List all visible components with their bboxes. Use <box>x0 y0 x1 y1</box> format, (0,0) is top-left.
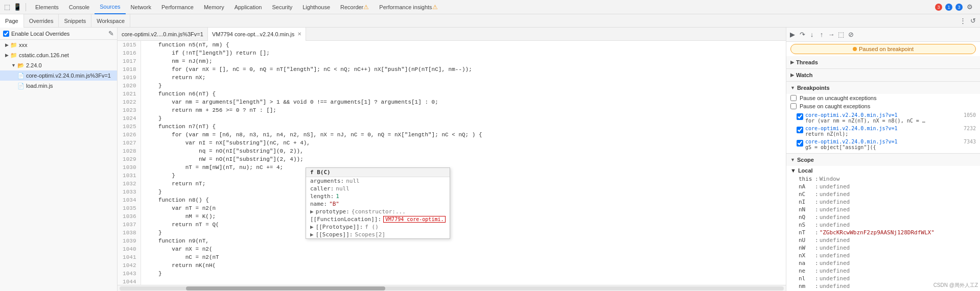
step-over-icon[interactable]: ↷ <box>798 31 806 39</box>
line-num-1015[interactable]: 1015 <box>118 41 141 49</box>
device-icon[interactable]: 📱 <box>13 3 21 11</box>
line-num-1036[interactable]: 1036 <box>118 212 141 221</box>
sources-tab-snippets[interactable]: Snippets <box>59 14 91 28</box>
line-num-1038[interactable]: 1038 <box>118 229 141 237</box>
line-num-1021[interactable]: 1021 <box>118 90 141 98</box>
line-num-1044[interactable]: 1044 <box>118 278 141 285</box>
line-num-1030[interactable]: 1030 <box>118 163 141 172</box>
tab-network[interactable]: Network <box>126 0 156 14</box>
line-num-1043[interactable]: 1043 <box>118 270 141 278</box>
line-num-1016[interactable]: 1016 <box>118 49 141 57</box>
tab-sources[interactable]: Sources <box>95 0 125 14</box>
tree-item-core[interactable]: 📄 core-optimi.v2.24.0.min.js%3Fv=1 <box>0 70 117 81</box>
line-num-1042[interactable]: 1042 <box>118 261 141 270</box>
step-out-icon[interactable]: ↑ <box>818 31 826 39</box>
tooltip-link[interactable]: VM7794 core-optimi. <box>383 216 446 223</box>
file-tab-2[interactable]: VM7794 core-opt...v2.24.0.min.js ✕ <box>208 28 306 41</box>
line-content-1044 <box>141 278 786 285</box>
tab-performance[interactable]: Performance <box>156 0 199 14</box>
line-num-1037[interactable]: 1037 <box>118 221 141 229</box>
line-content-1029: nW = nO(nI["substring"](2, 4)); <box>141 155 786 163</box>
line-num-1035[interactable]: 1035 <box>118 204 141 212</box>
sources-tab-overrides[interactable]: Overrides <box>24 14 59 28</box>
sources-tab-actions: ⋮ ↺ <box>955 17 980 25</box>
line-num-1029[interactable]: 1029 <box>118 155 141 163</box>
line-num-1032[interactable]: 1032 <box>118 180 141 188</box>
bp-3-cb[interactable] <box>797 140 803 147</box>
line-num-1040[interactable]: 1040 <box>118 245 141 253</box>
tree-item-cstatic[interactable]: ▶ 📁 cstatic.cdun.126.net <box>0 50 117 60</box>
line-num-1023[interactable]: 1023 <box>118 106 141 114</box>
file-tab-1[interactable]: core-optimi.v2....0.min.js%3Fv=1 <box>118 28 208 41</box>
threads-header[interactable]: ▶ Threads <box>786 56 980 68</box>
code-area[interactable]: 1015 function n5(nT, nm) {1016 if (!nT["… <box>118 41 786 285</box>
error-badge: 3 <box>935 4 942 11</box>
tree-item-240[interactable]: ▼ 📂 2.24.0 <box>0 60 117 70</box>
file-tab-1-label: core-optimi.v2....0.min.js%3Fv=1 <box>122 31 203 37</box>
tab-application[interactable]: Application <box>229 0 267 14</box>
tab-lighthouse[interactable]: Lighthouse <box>297 0 335 14</box>
line-num-1025[interactable]: 1025 <box>118 123 141 131</box>
breakpoints-section: ▼ Breakpoints Pause on uncaught exceptio… <box>786 82 980 154</box>
tab-memory[interactable]: Memory <box>199 0 229 14</box>
line-num-1018[interactable]: 1018 <box>118 65 141 74</box>
line-num-1027[interactable]: 1027 <box>118 139 141 147</box>
step-icon[interactable]: → <box>827 31 835 39</box>
line-num-1019[interactable]: 1019 <box>118 74 141 82</box>
line-num-1017[interactable]: 1017 <box>118 57 141 65</box>
tab-console[interactable]: Console <box>64 0 95 14</box>
line-num-1024[interactable]: 1024 <box>118 114 141 123</box>
bp-2-cb[interactable] <box>797 127 803 133</box>
bp-1-filename[interactable]: core-optimi.v2.24.0.min.js?v=1 <box>805 112 928 118</box>
bp-1-cb[interactable] <box>797 113 803 120</box>
line-num-1041[interactable]: 1041 <box>118 253 141 261</box>
inspect-icon[interactable]: ⬚ <box>3 3 11 11</box>
tab-recorder[interactable]: Recorder ⚠ <box>335 0 374 14</box>
line-num-1028[interactable]: 1028 <box>118 147 141 155</box>
sources-tab-page[interactable]: Page <box>0 14 24 28</box>
tab-performance-insights[interactable]: Performance insights ⚠ <box>374 0 442 14</box>
code-scrollbar[interactable] <box>118 285 786 291</box>
line-num-1026[interactable]: 1026 <box>118 131 141 139</box>
bp-2-filename[interactable]: core-optimi.v2.24.0.min.js?v=1 <box>805 126 898 131</box>
file-tab-2-close[interactable]: ✕ <box>297 31 301 37</box>
tab-elements[interactable]: Elements <box>30 0 64 14</box>
folder-icon-240: 📂 <box>17 62 25 69</box>
line-num-1033[interactable]: 1033 <box>118 188 141 196</box>
step-into-icon[interactable]: ↓ <box>808 31 816 39</box>
more-icon[interactable]: ⋮ <box>959 17 967 25</box>
settings-icon[interactable]: ⚙ <box>966 3 974 11</box>
breakpoints-header[interactable]: ▼ Breakpoints <box>786 82 980 94</box>
line-num-1034[interactable]: 1034 <box>118 196 141 204</box>
tooltip-expand-7[interactable]: ▶ <box>310 231 314 238</box>
local-scope-header[interactable]: ▼ Local <box>786 166 980 175</box>
tooltip-expand-6[interactable]: ▶ <box>310 224 314 230</box>
enable-overrides-checkbox[interactable] <box>3 31 9 37</box>
resume-icon[interactable]: ▶ <box>788 31 797 39</box>
line-content-1040: var nX = n2( <box>141 245 786 253</box>
watch-header[interactable]: ▶ Watch <box>786 69 980 81</box>
line-content-1021: function n6(nT) { <box>141 90 786 98</box>
line-content-1026: for (var nm = [n6, n8, n3, n1, n4, n2, n… <box>141 131 786 139</box>
line-num-1039[interactable]: 1039 <box>118 237 141 245</box>
code-line-1027: 1027 var nI = nX["substring"](nC, nC + 4… <box>118 139 786 147</box>
edit-overrides-icon[interactable]: ✎ <box>108 30 114 37</box>
line-num-1022[interactable]: 1022 <box>118 98 141 106</box>
file-icon-core: 📄 <box>17 72 25 79</box>
threads-label: Threads <box>796 59 818 65</box>
sync-icon[interactable]: ↺ <box>969 17 977 25</box>
sources-tab-workspace[interactable]: Workspace <box>91 14 130 28</box>
bp-3-filename[interactable]: core-optimi.v2.24.0.min.js?v=1 <box>805 139 898 144</box>
scope-header[interactable]: ▼ Scope <box>786 154 980 166</box>
line-num-1020[interactable]: 1020 <box>118 82 141 90</box>
tab-security[interactable]: Security <box>267 0 297 14</box>
tree-item-xxx[interactable]: ▶ 📁 xxx <box>0 40 117 50</box>
line-num-1031[interactable]: 1031 <box>118 172 141 180</box>
scrollbar-thumb[interactable] <box>186 286 385 290</box>
deactivate-bp-icon[interactable]: ⬚ <box>837 31 845 39</box>
dont-pause-icon[interactable]: ⊘ <box>847 31 855 39</box>
tree-item-load[interactable]: 📄 load.min.js <box>0 81 117 91</box>
pause-uncaught-cb[interactable] <box>790 95 797 101</box>
tooltip-expand-4[interactable]: ▶ <box>310 208 314 215</box>
pause-caught-cb[interactable] <box>790 103 797 109</box>
